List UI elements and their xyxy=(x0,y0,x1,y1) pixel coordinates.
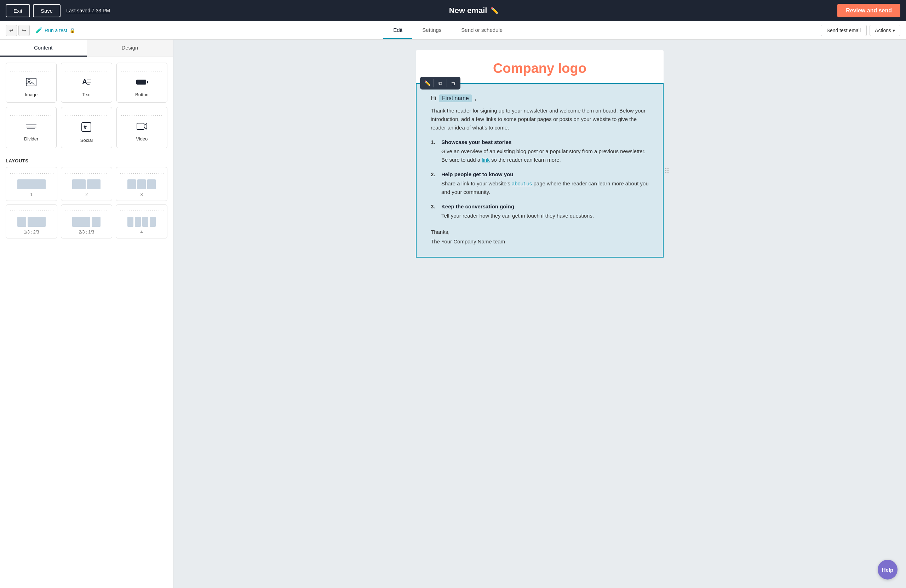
block-video[interactable]: Video xyxy=(116,107,167,148)
exit-button[interactable]: Exit xyxy=(6,4,30,18)
block-image-label: Image xyxy=(25,92,38,97)
layout-4[interactable]: 4 xyxy=(116,204,167,239)
block-button[interactable]: Button xyxy=(116,63,167,103)
send-test-email-button[interactable]: Send test email xyxy=(821,25,867,36)
block-toolbar: ✏️ ⧉ 🗑 xyxy=(420,77,461,89)
list-item-3-title: Keep the conversation going xyxy=(441,204,649,209)
layout-1-3-2-3[interactable]: 1/3 : 2/3 xyxy=(6,204,57,239)
layout-col xyxy=(128,217,133,227)
layout-col xyxy=(92,217,100,227)
block-video-label: Video xyxy=(136,136,148,142)
layout-2[interactable]: 2 xyxy=(61,167,113,201)
copy-block-button[interactable]: ⧉ xyxy=(435,78,445,88)
list-item-3: Keep the conversation going Tell your re… xyxy=(431,204,649,220)
top-navigation: Exit Save Last saved 7:33 PM New email ✏… xyxy=(0,0,906,21)
layout-4-label: 4 xyxy=(140,229,143,234)
block-social[interactable]: # Social xyxy=(61,107,112,148)
secondary-nav-tabs: Edit Settings Send or schedule xyxy=(383,22,512,39)
email-wrapper: Company logo ✏️ ⧉ 🗑 xyxy=(416,50,664,577)
company-logo-text: Company logo xyxy=(423,61,657,76)
block-divider-label: Divider xyxy=(24,136,38,142)
run-test-label: Run a test xyxy=(45,28,67,33)
toolbar-divider-2 xyxy=(447,79,447,88)
edit-block-button[interactable]: ✏️ xyxy=(422,78,432,88)
save-button[interactable]: Save xyxy=(33,4,61,18)
undo-button[interactable]: ↩ xyxy=(6,25,17,36)
actions-button[interactable]: Actions ▾ xyxy=(869,25,900,36)
toolbar-divider xyxy=(434,79,434,88)
email-body-block[interactable]: ✏️ ⧉ 🗑 xyxy=(416,83,664,258)
panel-tabs: Content Design xyxy=(0,40,173,57)
content-blocks-grid: Image A Text Button xyxy=(0,57,173,154)
list-item-2-link[interactable]: about us xyxy=(512,180,532,186)
nav-center: New email ✏️ xyxy=(449,6,499,15)
layout-3-label: 3 xyxy=(140,192,143,197)
main-layout: Content Design Image A Text xyxy=(0,40,906,588)
secondary-navigation: ↩ ↪ 🧪 Run a test 🔒 Edit Settings Send or… xyxy=(0,21,906,40)
layout-col xyxy=(142,217,148,227)
layout-3[interactable]: 3 xyxy=(116,167,167,201)
svg-text:A: A xyxy=(82,78,87,86)
delete-block-button[interactable]: 🗑 xyxy=(448,78,458,88)
layout-col xyxy=(18,179,46,189)
list-item-2-title: Help people get to know you xyxy=(441,171,649,177)
review-send-button[interactable]: Review and send xyxy=(837,4,900,18)
block-text[interactable]: A Text xyxy=(61,63,112,103)
list-item-3-body: Tell your reader how they can get in tou… xyxy=(441,212,649,220)
social-icon: # xyxy=(81,122,91,134)
help-button[interactable]: Help xyxy=(878,560,898,580)
panel-tab-content[interactable]: Content xyxy=(0,40,87,57)
dotted-l1 xyxy=(10,172,53,175)
last-saved-label[interactable]: Last saved 7:33 PM xyxy=(66,8,110,13)
layout-4-preview xyxy=(128,217,156,227)
block-button-label: Button xyxy=(135,92,148,97)
first-name-token: First name xyxy=(439,94,472,102)
layouts-title: LAYOUTS xyxy=(6,154,167,167)
edit-title-icon[interactable]: ✏️ xyxy=(491,7,498,14)
svg-point-1 xyxy=(28,80,30,82)
svg-rect-13 xyxy=(137,123,144,129)
layout-col xyxy=(18,217,26,227)
nav-left: Exit Save Last saved 7:33 PM xyxy=(6,4,110,18)
drag-handle[interactable] xyxy=(664,166,670,174)
svg-rect-6 xyxy=(136,80,146,84)
undo-redo-controls: ↩ ↪ xyxy=(6,25,30,36)
email-greeting: Hi First name , xyxy=(431,94,649,102)
dotted-top-button xyxy=(120,70,164,73)
list-item-1-link[interactable]: link xyxy=(482,157,490,163)
layout-col xyxy=(72,179,86,189)
layout-2-label: 2 xyxy=(85,192,88,197)
flask-icon: 🧪 xyxy=(35,27,43,33)
tab-settings[interactable]: Settings xyxy=(412,22,451,39)
text-icon: A xyxy=(81,78,92,88)
layout-col xyxy=(135,217,141,227)
dotted-top-social xyxy=(65,114,108,117)
layout-3-preview xyxy=(128,179,156,189)
layout-col xyxy=(87,179,100,189)
run-test-button[interactable]: 🧪 Run a test 🔒 xyxy=(35,27,75,33)
redo-button[interactable]: ↪ xyxy=(18,25,30,36)
svg-rect-0 xyxy=(26,78,36,86)
layout-col xyxy=(72,217,90,227)
layout-col xyxy=(28,217,46,227)
dotted-l2 xyxy=(65,172,108,175)
layout-1[interactable]: 1 xyxy=(6,167,57,201)
dotted-l3 xyxy=(120,172,164,175)
tab-send-schedule[interactable]: Send or schedule xyxy=(451,22,512,39)
layouts-section: LAYOUTS 1 2 xyxy=(0,154,173,244)
dotted-l6 xyxy=(120,210,164,213)
secondary-nav-right: Send test email Actions ▾ xyxy=(821,25,900,36)
email-content-list: Showcase your best stories Give an overv… xyxy=(431,139,649,220)
tab-edit[interactable]: Edit xyxy=(383,22,412,39)
dotted-top-video xyxy=(120,114,164,117)
dotted-top-divider xyxy=(10,114,53,117)
block-image[interactable]: Image xyxy=(6,63,57,103)
left-panel: Content Design Image A Text xyxy=(0,40,174,588)
layout-2-3-1-3[interactable]: 2/3 : 1/3 xyxy=(61,204,113,239)
list-item-2: Help people get to know you Share a link… xyxy=(431,171,649,196)
block-divider[interactable]: Divider xyxy=(6,107,57,148)
image-icon xyxy=(26,78,37,88)
layout-2-3-1-3-preview xyxy=(72,217,100,227)
panel-tab-design[interactable]: Design xyxy=(87,40,174,57)
list-item-1-body: Give an overview of an existing blog pos… xyxy=(441,147,649,164)
